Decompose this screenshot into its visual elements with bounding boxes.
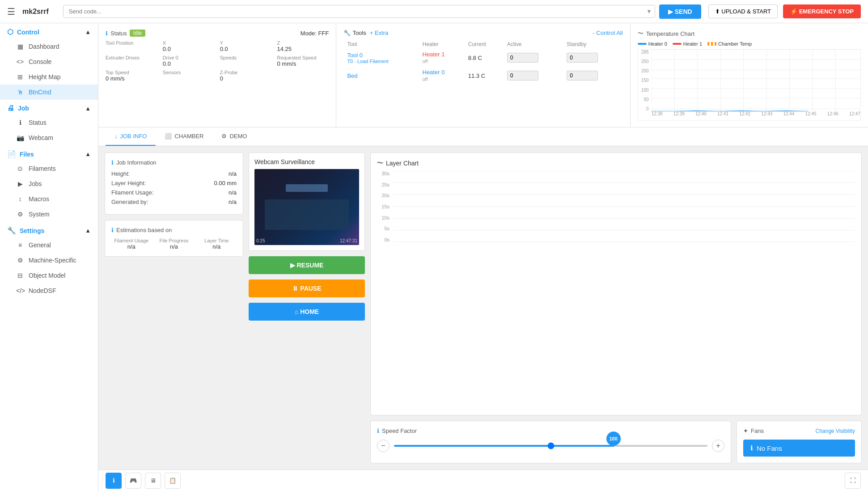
sidebar-item-macros[interactable]: ↕ Macros: [0, 191, 98, 207]
send-button[interactable]: ▶ SEND: [659, 4, 701, 19]
height-value: n/a: [229, 170, 237, 177]
tool0-standby-select[interactable]: 0: [567, 53, 598, 63]
sidebar-group-control[interactable]: ⬡ Control ▲: [0, 23, 98, 39]
sidebar-item-status[interactable]: ℹ Status: [0, 115, 98, 130]
object-model-icon: ⊟: [16, 272, 24, 279]
main-layout: ⬡ Control ▲ ▦ Dashboard <> Console ⊞ Hei…: [0, 23, 868, 491]
top-speed-label: Top Speed: [106, 70, 157, 75]
general-icon: ≡: [16, 241, 24, 249]
sidebar-item-system[interactable]: ⚙ System: [0, 207, 98, 222]
temp-chart-title-label: Temperature Chart: [646, 30, 694, 37]
sensors-cell: Sensors: [163, 70, 215, 82]
estimations-card-title: ℹ Estimations based on: [111, 227, 237, 233]
generated-value: n/a: [229, 199, 237, 205]
z-label: Z: [277, 40, 329, 46]
legend-heater0-dot: [638, 43, 647, 45]
speed-slider[interactable]: [394, 445, 707, 447]
sidebar-item-console[interactable]: <> Console: [0, 54, 98, 69]
emergency-stop-button[interactable]: ⚡ EMERGENCY STOP: [783, 4, 861, 18]
sidebar-group-settings[interactable]: 🔧 Settings ▲: [0, 222, 98, 237]
btncmd-icon: 🖱: [16, 89, 24, 96]
sidebar-item-general[interactable]: ≡ General: [0, 237, 98, 253]
tab-job-info[interactable]: ↓ JOB INFO: [106, 127, 156, 146]
fans-change-visibility-link[interactable]: Change Visibility: [816, 428, 855, 434]
topbar: ☰ mk2srrf ▼ ▶ SEND ⬆ UPLOAD & START ⚡ EM…: [0, 0, 868, 23]
app-title: mk2srrf: [22, 8, 49, 16]
tool-position-cell: Tool Position: [106, 40, 157, 52]
tool0-standby[interactable]: 0: [563, 49, 623, 67]
sidebar-item-webcam[interactable]: 📷 Webcam: [0, 130, 98, 145]
machine-specific-icon: ⚙: [16, 257, 24, 264]
bottom-icon-info[interactable]: ℹ: [106, 473, 122, 489]
sidebar-group-settings-label: Settings: [20, 227, 44, 234]
upload-start-button[interactable]: ⬆ UPLOAD & START: [708, 4, 778, 18]
speed-icon: ℹ: [377, 428, 379, 434]
x-value: 0.0: [163, 46, 215, 52]
height-row: Height: n/a: [111, 170, 237, 177]
col-standby-header: Standby: [563, 40, 623, 49]
sidebar-label-heightmap: Height Map: [29, 73, 61, 80]
sidebar-item-jobs[interactable]: ▶ Jobs: [0, 176, 98, 191]
fans-icon: ✦: [743, 428, 748, 434]
sidebar-item-machine-specific[interactable]: ⚙ Machine-Specific: [0, 253, 98, 268]
sidebar-label-webcam: Webcam: [29, 134, 53, 141]
job-icon: 🖨: [7, 104, 14, 112]
speeds-cell: Speeds: [220, 55, 272, 67]
bed-standby-select[interactable]: 0: [567, 71, 598, 80]
table-row: Tool 0 T0 - Load Filament Heater 1 off 8…: [343, 49, 622, 67]
resume-button[interactable]: ▶ RESUME: [249, 256, 365, 274]
bottom-icon-gamepad[interactable]: 🎮: [125, 473, 141, 489]
bed-standby[interactable]: 0: [563, 67, 623, 85]
tool0-name: Tool 0 T0 - Load Filament: [343, 49, 419, 67]
fans-no-fans-label: No Fans: [757, 444, 782, 452]
menu-icon[interactable]: ☰: [7, 6, 15, 17]
tool0-active-select[interactable]: 0: [507, 53, 538, 63]
speed-slider-row: − 100 +: [377, 440, 724, 452]
pause-button[interactable]: ⏸ PAUSE: [249, 279, 365, 297]
top-speed-value: 0 mm/s: [106, 75, 157, 82]
col-tool-header: Tool: [343, 40, 419, 49]
sidebar-group-files[interactable]: 📄 Files ▲: [0, 145, 98, 161]
webcam-machine: [265, 199, 348, 230]
tab-demo[interactable]: ⚙ DEMO: [212, 127, 256, 146]
bed-active-select[interactable]: 0: [507, 71, 538, 80]
sidebar-item-nodedsf[interactable]: </> NodeDSF: [0, 283, 98, 298]
tools-control-all-link[interactable]: - Control All: [593, 30, 622, 36]
chevron-up-icon-files: ▲: [85, 151, 91, 157]
col-heater-header: Heater: [419, 40, 465, 49]
sidebar-item-heightmap[interactable]: ⊞ Height Map: [0, 69, 98, 85]
tool0-active[interactable]: 0: [504, 49, 563, 67]
sidebar-group-control-label: Control: [17, 29, 39, 36]
estimations-card: ℹ Estimations based on Filament Usage n/…: [105, 220, 243, 257]
sidebar-item-dashboard[interactable]: ▦ Dashboard: [0, 39, 98, 54]
filament-row: Filament Usage: n/a: [111, 189, 237, 196]
tools-header: 🔧 Tools + Extra - Control All: [343, 30, 622, 36]
send-code-input[interactable]: [63, 5, 655, 18]
bottom-icon-list[interactable]: 📋: [165, 473, 181, 489]
bottom-icon-monitor[interactable]: 🖥: [145, 473, 161, 489]
tab-demo-icon: ⚙: [221, 133, 227, 140]
bed-active[interactable]: 0: [504, 67, 563, 85]
mode-label: Mode: FFF: [301, 30, 329, 37]
sidebar-item-filaments[interactable]: ⊙ Filaments: [0, 161, 98, 176]
tools-table: Tool Heater Current Active Standby Tool …: [343, 40, 622, 85]
sidebar-item-object-model[interactable]: ⊟ Object Model: [0, 268, 98, 283]
dashboard-icon: ▦: [16, 43, 24, 50]
zprobe-label: Z-Probe: [220, 70, 272, 75]
speed-plus-button[interactable]: +: [712, 440, 724, 452]
speed-minus-button[interactable]: −: [377, 440, 390, 452]
tab-chamber[interactable]: ⬜ CHAMBER: [156, 127, 212, 146]
bottom-icon-expand[interactable]: ⛶: [845, 473, 861, 489]
tools-extra-link[interactable]: + Extra: [370, 30, 389, 36]
temp-chart-svg: [652, 50, 860, 111]
send-dropdown-icon[interactable]: ▼: [646, 8, 652, 15]
home-button[interactable]: ⌂ HOME: [249, 303, 365, 321]
load-filament-link[interactable]: T0 - Load Filament: [347, 59, 415, 64]
webcam-arm: [286, 184, 328, 192]
req-speed-label: Requested Speed: [277, 55, 329, 60]
sidebar-item-btncmd[interactable]: 🖱 BtnCmd: [0, 85, 98, 100]
tab-chamber-label: CHAMBER: [174, 133, 203, 140]
bed-name: Bed: [343, 67, 419, 85]
sidebar-group-job[interactable]: 🖨 Job ▲: [0, 100, 98, 115]
macros-icon: ↕: [16, 195, 24, 203]
